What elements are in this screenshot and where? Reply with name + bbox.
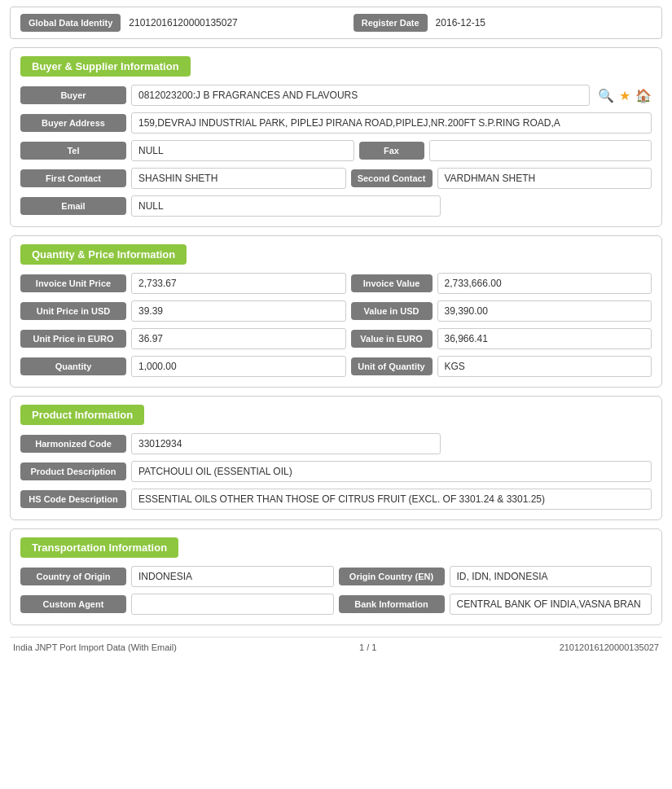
usd-row: Unit Price in USD 39.39 Value in USD 39,… [20,300,652,322]
quantity-price-title: Quantity & Price Information [20,244,187,265]
hs-code-desc-row: HS Code Description ESSENTIAL OILS OTHER… [20,489,652,510]
tel-fax-row: Tel NULL Fax [20,140,652,161]
invoice-unit-price-value: 2,733.67 [131,273,346,294]
euro-row: Unit Price in EURO 36.97 Value in EURO 3… [20,328,652,349]
custom-agent-bank-row: Custom Agent Bank Information CENTRAL BA… [20,594,652,615]
country-of-origin-label: Country of Origin [20,568,126,585]
register-date-label: Register Date [354,14,428,32]
tel-value: NULL [131,140,354,161]
unit-price-usd-value: 39.39 [131,300,346,322]
page-wrapper: Global Data Identity 2101201612000013502… [0,0,672,789]
star-icon[interactable]: ★ [619,88,630,103]
top-bar: Global Data Identity 2101201612000013502… [10,7,662,39]
custom-agent-value [131,594,334,615]
country-of-origin-value: INDONESIA [131,566,334,587]
buyer-supplier-title: Buyer & Supplier Information [20,56,191,77]
value-usd-label: Value in USD [351,302,433,320]
buyer-icon-group: 🔍 ★ 🏠 [598,88,652,103]
origin-country-en-label: Origin Country (EN) [339,568,445,585]
footer-center: 1 / 1 [359,642,376,652]
fax-label: Fax [359,142,424,160]
product-info-title: Product Information [20,405,144,425]
harmonized-code-row: Harmonized Code 33012934 [20,433,652,454]
home-icon[interactable]: 🏠 [635,88,652,103]
product-info-section: Product Information Harmonized Code 3301… [10,396,662,520]
unit-price-euro-value: 36.97 [131,328,346,349]
footer-bar: India JNPT Port Import Data (With Email)… [10,637,662,652]
product-description-value: PATCHOULI OIL (ESSENTIAL OIL) [131,461,652,482]
quantity-price-section: Quantity & Price Information Invoice Uni… [10,235,662,388]
bank-info-label: Bank Information [339,595,445,613]
email-row: Email NULL [20,195,652,217]
invoice-value-label: Invoice Value [351,274,433,292]
quantity-row: Quantity 1,000.00 Unit of Quantity KGS [20,356,652,377]
email-label: Email [20,197,126,215]
unit-of-quantity-label: Unit of Quantity [351,357,433,375]
product-desc-row: Product Description PATCHOULI OIL (ESSEN… [20,461,652,482]
harmonized-code-label: Harmonized Code [20,435,126,453]
harmonized-code-value: 33012934 [131,433,441,454]
second-contact-value: VARDHMAN SHETH [437,168,652,189]
hs-code-desc-label: HS Code Description [20,490,126,508]
first-contact-value: SHASHIN SHETH [131,168,346,189]
invoice-price-row: Invoice Unit Price 2,733.67 Invoice Valu… [20,273,652,294]
invoice-unit-price-label: Invoice Unit Price [20,274,126,292]
value-euro-value: 36,966.41 [437,328,652,349]
quantity-label: Quantity [20,357,126,375]
unit-price-usd-label: Unit Price in USD [20,302,126,320]
global-data-identity-label: Global Data Identity [20,14,121,32]
value-euro-label: Value in EURO [351,330,433,348]
second-contact-label: Second Contact [351,169,433,187]
origin-country-en-value: ID, IDN, INDONESIA [450,566,652,587]
footer-left: India JNPT Port Import Data (With Email) [13,642,177,652]
buyer-supplier-section: Buyer & Supplier Information Buyer 08120… [10,47,662,227]
bank-info-value: CENTRAL BANK OF INDIA,VASNA BRAN [450,594,652,615]
search-icon[interactable]: 🔍 [598,88,614,103]
buyer-row: Buyer 0812023200:J B FRAGRANCES AND FLAV… [20,85,652,106]
buyer-address-row: Buyer Address 159,DEVRAJ INDUSTRIAL PARK… [20,112,652,134]
fax-value [429,140,652,161]
buyer-value: 0812023200:J B FRAGRANCES AND FLAVOURS [131,85,590,106]
footer-right: 21012016120000135027 [560,642,659,652]
unit-of-quantity-value: KGS [437,356,652,377]
buyer-address-label: Buyer Address [20,114,126,132]
value-usd-value: 39,390.00 [437,300,652,322]
email-value: NULL [131,195,441,217]
quantity-value: 1,000.00 [131,356,346,377]
register-date-value: 2016-12-15 [436,17,652,28]
buyer-address-value: 159,DEVRAJ INDUSTRIAL PARK, PIPLEJ PIRAN… [131,112,652,134]
country-origin-row: Country of Origin INDONESIA Origin Count… [20,566,652,587]
invoice-value-value: 2,733,666.00 [437,273,652,294]
hs-code-desc-value: ESSENTIAL OILS OTHER THAN THOSE OF CITRU… [131,489,652,510]
product-description-label: Product Description [20,462,126,480]
transport-info-section: Transportation Information Country of Or… [10,528,662,625]
transport-info-title: Transportation Information [20,537,178,558]
first-contact-label: First Contact [20,169,126,187]
contact-row: First Contact SHASHIN SHETH Second Conta… [20,168,652,189]
tel-label: Tel [20,142,126,160]
buyer-label: Buyer [20,86,126,104]
custom-agent-label: Custom Agent [20,595,126,613]
unit-price-euro-label: Unit Price in EURO [20,330,126,348]
global-data-identity-value: 21012016120000135027 [129,17,345,28]
